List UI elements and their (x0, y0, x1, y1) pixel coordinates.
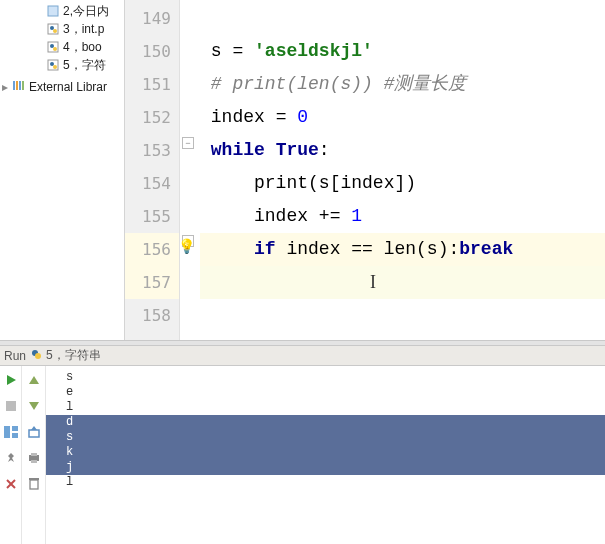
chevron-right-icon: ▸ (2, 80, 8, 94)
library-icon (12, 79, 25, 95)
tree-label: 2,今日内 (63, 3, 109, 20)
code-line: I (200, 266, 605, 299)
run-label: Run (4, 349, 26, 363)
svg-rect-30 (30, 480, 38, 489)
tree-item-file-5[interactable]: 5，字符 (0, 56, 124, 74)
fold-column: − − 💡 (180, 0, 200, 340)
console-line: k (66, 445, 605, 460)
svg-point-8 (50, 62, 54, 66)
console-line: s (66, 430, 605, 445)
line-number: 153 (125, 134, 179, 167)
up-button[interactable] (26, 372, 42, 388)
run-tool-column-2 (22, 366, 46, 544)
svg-point-15 (35, 353, 41, 359)
print-button[interactable] (26, 450, 42, 466)
python-file-icon (30, 348, 42, 363)
svg-rect-0 (48, 6, 58, 16)
code-line: # print(len(s)) #测量长度 (200, 68, 605, 101)
line-number: 150 (125, 35, 179, 68)
svg-rect-18 (4, 426, 10, 438)
tree-label: 3，int.p (63, 21, 104, 38)
svg-rect-10 (13, 81, 15, 90)
line-number-gutter: 149 150 151 152 153 154 155 156 157 158 (125, 0, 180, 340)
svg-rect-20 (12, 433, 18, 438)
console-line: l (66, 400, 605, 415)
svg-point-2 (50, 26, 54, 30)
console-line: j (66, 460, 605, 475)
code-line (200, 299, 605, 332)
line-number: 152 (125, 101, 179, 134)
text-cursor-icon: I (370, 266, 376, 299)
line-number: 157 (125, 266, 179, 299)
line-number: 154 (125, 167, 179, 200)
file-icon (46, 5, 59, 18)
svg-rect-19 (12, 426, 18, 431)
svg-rect-11 (16, 81, 18, 90)
export-button[interactable] (26, 424, 42, 440)
svg-marker-26 (31, 426, 37, 430)
svg-rect-31 (29, 478, 39, 480)
svg-point-5 (50, 44, 54, 48)
svg-rect-13 (22, 81, 24, 90)
layout-button[interactable] (3, 424, 19, 440)
python-file-icon (46, 41, 59, 54)
console-line: d (66, 415, 605, 430)
external-libraries[interactable]: ▸ External Librar (0, 78, 124, 96)
console-line: l (66, 475, 605, 490)
svg-point-6 (53, 47, 57, 51)
svg-marker-16 (7, 375, 16, 385)
tree-label: 4，boo (63, 39, 102, 56)
svg-rect-17 (6, 401, 16, 411)
line-number: 158 (125, 299, 179, 332)
code-editor[interactable]: 149 150 151 152 153 154 155 156 157 158 … (125, 0, 605, 340)
svg-marker-23 (29, 376, 39, 384)
code-area[interactable]: s = 'aseldskjl' # print(len(s)) #测量长度 in… (200, 0, 605, 340)
ext-lib-label: External Librar (29, 80, 107, 94)
pin-button[interactable] (3, 450, 19, 466)
line-number: 156 (125, 233, 179, 266)
project-tree: 2,今日内 3，int.p 4，boo 5，字符 ▸ External Libr… (0, 0, 125, 340)
run-toolwindow-header[interactable]: Run 5，字符串 (0, 346, 605, 366)
code-line: print(s[index]) (200, 167, 605, 200)
console-output[interactable]: s e l d s k j l (46, 366, 605, 544)
svg-rect-25 (29, 430, 39, 437)
code-line: while True: (200, 134, 605, 167)
code-line: s = 'aseldskjl' (200, 35, 605, 68)
code-line: if index == len(s):break (200, 233, 605, 266)
code-line: index += 1 (200, 200, 605, 233)
code-line (200, 2, 605, 35)
line-number: 149 (125, 2, 179, 35)
python-file-icon (46, 23, 59, 36)
svg-rect-12 (19, 81, 21, 90)
line-number: 155 (125, 200, 179, 233)
code-line: index = 0 (200, 101, 605, 134)
trash-button[interactable] (26, 476, 42, 492)
run-tool-column-1 (0, 366, 22, 544)
console-selection: d s k j (46, 415, 605, 475)
tree-item-file-3[interactable]: 3，int.p (0, 20, 124, 38)
down-button[interactable] (26, 398, 42, 414)
tree-label: 5，字符 (63, 57, 106, 74)
svg-rect-28 (31, 453, 37, 456)
tree-item-file-4[interactable]: 4，boo (0, 38, 124, 56)
svg-point-9 (53, 65, 57, 69)
tree-item-file-2[interactable]: 2,今日内 (0, 2, 124, 20)
rerun-button[interactable] (3, 372, 19, 388)
console-line: e (66, 385, 605, 400)
python-file-icon (46, 59, 59, 72)
lightbulb-icon[interactable]: 💡 (178, 238, 194, 254)
fold-marker-icon[interactable]: − (182, 137, 194, 149)
stop-disabled-button[interactable] (3, 398, 19, 414)
line-number: 151 (125, 68, 179, 101)
console-line: s (66, 370, 605, 385)
run-file-label: 5，字符串 (46, 347, 101, 364)
svg-point-3 (53, 29, 57, 33)
svg-marker-24 (29, 402, 39, 410)
svg-rect-29 (31, 460, 37, 463)
close-button[interactable] (3, 476, 19, 492)
